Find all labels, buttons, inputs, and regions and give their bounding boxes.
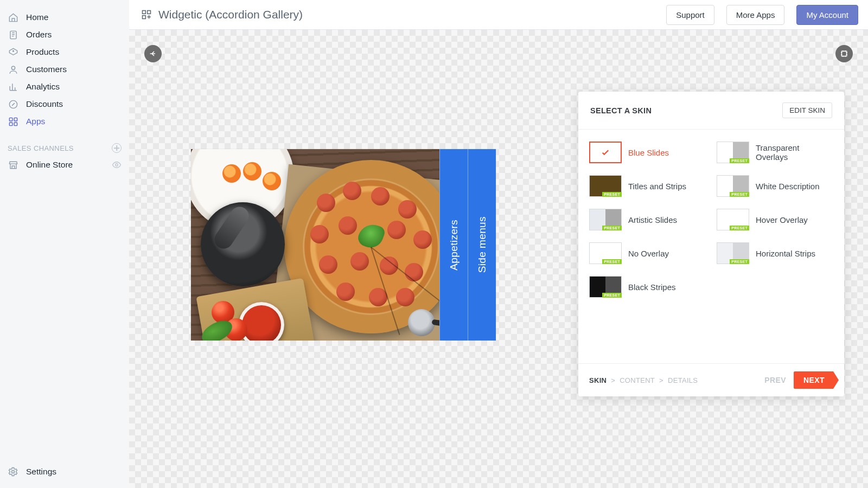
skin-thumb bbox=[589, 142, 622, 163]
support-button[interactable]: Support bbox=[666, 5, 714, 25]
next-button-label: NEXT bbox=[803, 376, 825, 384]
skin-panel-title: SELECT A SKIN bbox=[590, 106, 652, 115]
channel-online-store[interactable]: Online Store bbox=[0, 156, 129, 174]
skin-option[interactable]: PRESETArtistic Slides bbox=[589, 209, 706, 230]
add-channel-icon[interactable] bbox=[112, 143, 122, 153]
skin-label: No Overlay bbox=[628, 249, 669, 258]
sidebar-footer: Settings bbox=[0, 461, 129, 488]
nav-settings[interactable]: Settings bbox=[0, 461, 129, 483]
more-apps-button[interactable]: More Apps bbox=[726, 5, 785, 25]
svg-rect-5 bbox=[14, 118, 17, 121]
svg-rect-10 bbox=[143, 11, 146, 14]
skin-label: Hover Overlay bbox=[756, 215, 808, 224]
arrow-left-icon bbox=[149, 49, 157, 58]
nav-products[interactable]: Products bbox=[0, 43, 129, 61]
nav-analytics-label: Analytics bbox=[26, 82, 60, 92]
gallery-strip-appetizers-label: Appetizers bbox=[448, 220, 460, 271]
crumb-content[interactable]: CONTENT bbox=[620, 376, 655, 384]
my-account-button-label: My Account bbox=[806, 10, 848, 20]
sidebar: Home Orders Products Customers Analytics… bbox=[0, 0, 129, 488]
my-account-button[interactable]: My Account bbox=[796, 5, 858, 25]
preset-badge: PRESET bbox=[602, 226, 622, 230]
nav-discounts[interactable]: Discounts bbox=[0, 95, 129, 113]
skin-thumb: PRESET bbox=[717, 175, 749, 197]
nav-orders[interactable]: Orders bbox=[0, 26, 129, 43]
skin-thumb: PRESET bbox=[717, 142, 749, 163]
check-icon bbox=[601, 147, 610, 157]
home-icon bbox=[8, 12, 18, 23]
store-icon bbox=[8, 159, 18, 170]
more-apps-button-label: More Apps bbox=[736, 10, 775, 20]
skin-option[interactable]: PRESETTransparent Overlays bbox=[717, 142, 833, 163]
edit-skin-button[interactable]: EDIT SKIN bbox=[782, 102, 832, 118]
gallery-strip-side-menus[interactable]: Side menus bbox=[468, 149, 496, 341]
app-title-text: Widgetic (Accordion Gallery) bbox=[158, 8, 303, 21]
skin-label: White Description bbox=[756, 182, 820, 191]
skin-label: Horizontal Strips bbox=[756, 249, 815, 258]
skin-option[interactable]: PRESETHover Overlay bbox=[717, 209, 833, 230]
preset-badge: PRESET bbox=[730, 259, 749, 264]
svg-rect-11 bbox=[148, 11, 151, 14]
discounts-icon bbox=[8, 99, 18, 110]
nav-home[interactable]: Home bbox=[0, 9, 129, 26]
sales-channels-heading: SALES CHANNELS bbox=[0, 130, 129, 156]
skin-label: Titles and Strips bbox=[628, 182, 686, 191]
customers-icon bbox=[8, 64, 18, 75]
skin-panel-header: SELECT A SKIN EDIT SKIN bbox=[578, 92, 844, 130]
svg-point-9 bbox=[12, 471, 15, 473]
skin-option[interactable]: PRESETHorizontal Strips bbox=[717, 242, 833, 264]
crumb-sep: > bbox=[611, 376, 615, 384]
skin-thumb: PRESET bbox=[717, 209, 749, 230]
skin-panel-footer: SKIN > CONTENT > DETAILS PREV NEXT bbox=[578, 363, 844, 396]
skin-label: Artistic Slides bbox=[628, 215, 677, 224]
skin-option[interactable]: PRESETBlack Stripes bbox=[589, 276, 706, 298]
nav-analytics[interactable]: Analytics bbox=[0, 78, 129, 95]
orders-icon bbox=[8, 29, 18, 40]
apps-icon bbox=[8, 116, 18, 127]
skin-label: Blue Slides bbox=[628, 148, 669, 157]
svg-rect-7 bbox=[14, 123, 17, 126]
crumb-details[interactable]: DETAILS bbox=[668, 376, 698, 384]
preset-badge: PRESET bbox=[602, 259, 622, 264]
preset-badge: PRESET bbox=[730, 158, 749, 163]
expand-icon bbox=[840, 49, 848, 58]
primary-nav: Home Orders Products Customers Analytics… bbox=[0, 9, 129, 130]
svg-point-1 bbox=[12, 50, 14, 52]
preset-badge: PRESET bbox=[730, 226, 749, 230]
analytics-icon bbox=[8, 81, 18, 92]
skins-grid: Blue SlidesPRESETTransparent OverlaysPRE… bbox=[578, 130, 844, 363]
svg-point-8 bbox=[116, 164, 118, 166]
sales-channels-label: SALES CHANNELS bbox=[8, 144, 74, 152]
accordion-gallery-preview: Appetizers Side menus bbox=[191, 149, 496, 341]
nav-customers-label: Customers bbox=[26, 65, 67, 74]
skin-option[interactable]: Blue Slides bbox=[589, 142, 706, 163]
skin-option[interactable]: PRESETNo Overlay bbox=[589, 242, 706, 264]
skin-option[interactable]: PRESETTitles and Strips bbox=[589, 175, 706, 197]
skin-thumb: PRESET bbox=[589, 276, 622, 298]
nav-discounts-label: Discounts bbox=[26, 99, 63, 109]
eye-icon[interactable] bbox=[112, 160, 122, 170]
expand-button[interactable] bbox=[835, 45, 853, 62]
gallery-slide-image[interactable] bbox=[191, 149, 439, 341]
gallery-strip-appetizers[interactable]: Appetizers bbox=[439, 149, 468, 341]
channels-nav: Online Store bbox=[0, 156, 129, 174]
edit-skin-button-label: EDIT SKIN bbox=[789, 106, 825, 114]
app-grid-icon bbox=[141, 9, 152, 20]
nav-orders-label: Orders bbox=[26, 30, 52, 40]
preset-badge: PRESET bbox=[602, 293, 622, 298]
preset-badge: PRESET bbox=[730, 192, 749, 197]
next-button[interactable]: NEXT bbox=[794, 371, 833, 389]
skin-option[interactable]: PRESETWhite Description bbox=[717, 175, 833, 197]
svg-rect-12 bbox=[143, 16, 146, 19]
crumb-skin: SKIN bbox=[589, 376, 607, 384]
channel-online-store-label: Online Store bbox=[26, 160, 73, 170]
back-button[interactable] bbox=[144, 45, 162, 62]
svg-rect-4 bbox=[9, 118, 12, 121]
nav-customers[interactable]: Customers bbox=[0, 61, 129, 78]
nav-apps[interactable]: Apps bbox=[0, 113, 129, 130]
gallery-strip-side-menus-label: Side menus bbox=[476, 216, 488, 273]
topbar: Widgetic (Accordion Gallery) Support Mor… bbox=[129, 0, 868, 30]
app-title: Widgetic (Accordion Gallery) bbox=[141, 8, 303, 21]
skin-thumb: PRESET bbox=[589, 175, 622, 197]
svg-rect-0 bbox=[10, 31, 16, 38]
